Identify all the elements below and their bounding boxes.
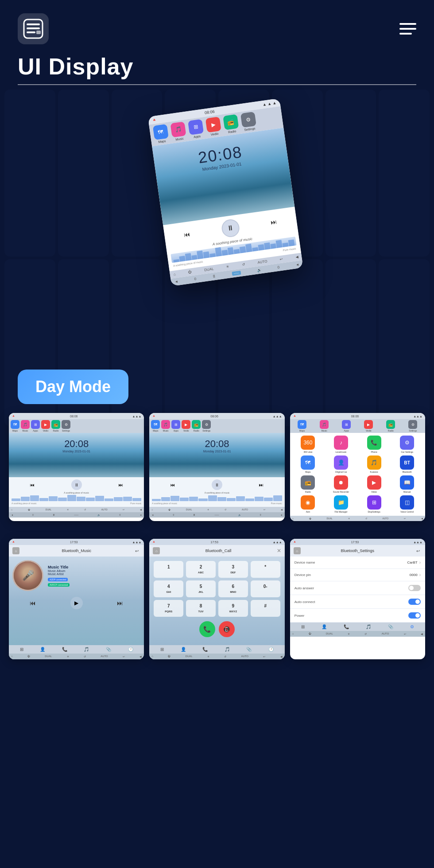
app-avin[interactable]: ◉ Avin xyxy=(293,495,324,513)
app-kuwooo[interactable]: 🎵 Kuwooo xyxy=(359,455,390,473)
bt-settings-music[interactable]: 🎵 xyxy=(366,624,371,629)
bt-person-icon[interactable]: 👤 xyxy=(40,647,45,652)
auto-answer-toggle[interactable] xyxy=(408,585,421,591)
app-maps[interactable]: 🗺 Maps xyxy=(293,455,324,473)
app-disp-settings[interactable]: ⊞ DispSettings xyxy=(359,495,390,513)
app-360view[interactable]: 360 360 view xyxy=(293,436,324,453)
sc2-play[interactable]: ⏸ xyxy=(212,479,222,490)
sc1-play[interactable]: ⏸ xyxy=(71,479,82,490)
bt-settings-attach[interactable]: 📎 xyxy=(388,624,393,629)
numpad-9[interactable]: 9WXYZ xyxy=(218,600,248,617)
app-bluetooth[interactable]: BT Bluetooth xyxy=(391,455,422,473)
bt-music-icon[interactable]: 🎵 xyxy=(84,647,89,652)
bottom-screens-grid: 🔺 17:53 ▲▲▲ ⌂ Bluetooth_Music ↩ 🎤 Music … xyxy=(0,532,434,666)
sc2-music: ⏮ ⏸ ⏭ A soothing piece of music A soothi… xyxy=(149,477,284,507)
bt-music-bottom: ⊞ 👤 📞 🎵 📎 🕐 xyxy=(9,645,144,654)
bt-home-icon[interactable]: ⌂ xyxy=(12,547,19,554)
bt-setting-device-name[interactable]: Device name CarBT › xyxy=(290,557,425,569)
sc2-music-right: Pure music xyxy=(271,502,282,505)
numpad-0minus[interactable]: 0- xyxy=(251,580,280,597)
bt-play-icon[interactable]: ▶ xyxy=(70,597,83,609)
prev-icon[interactable]: ⏮ xyxy=(184,230,191,238)
bt-clock-icon[interactable]: 🕐 xyxy=(128,647,133,652)
call-answer-button[interactable]: 📞 xyxy=(199,621,215,637)
bt-music-controls: ⏮ ▶ ⏭ xyxy=(12,595,140,611)
app-original-car[interactable]: 👤 Original Car xyxy=(326,455,356,473)
bt-settings-home[interactable]: ⌂ xyxy=(294,547,301,554)
sc2-bottom2: ◄0🎚——🔊0◄ xyxy=(149,512,284,518)
bt-settings-nav: ⌂⏻DUAL✳↺AUTO↩◀ xyxy=(290,631,425,637)
bt-call-home[interactable]: ⌂ xyxy=(153,547,160,554)
app-manual[interactable]: 📖 Manual xyxy=(391,475,422,493)
bt-call-content: 1 2ABC 3DEF * 4GHI 5JKL 6MNO 0- 7PQRS 8T… xyxy=(149,557,284,645)
bt-settings-grid[interactable]: ⊞ xyxy=(301,624,305,629)
app-file-manager[interactable]: 📁 File Manager xyxy=(326,495,356,513)
bt-call-music[interactable]: 🎵 xyxy=(225,647,230,652)
numpad-2[interactable]: 2ABC xyxy=(186,561,216,578)
page-title: UI Display xyxy=(18,53,416,80)
bt-call-header: ⌂ Bluetooth_Call ✕ xyxy=(149,545,284,557)
sc3-nav: 🗺 Maps 🎵 Music ⊞ Apps ▶ Vedio 📻 Radio ⚙ xyxy=(290,419,425,433)
numpad-1[interactable]: 1 xyxy=(154,561,183,578)
numpad-4[interactable]: 4GHI xyxy=(154,580,183,597)
sc2-wave xyxy=(152,495,282,501)
bt-settings-phone[interactable]: 📞 xyxy=(344,624,349,629)
bt-call-person[interactable]: 👤 xyxy=(181,647,186,652)
bt-setting-device-pin[interactable]: Device pin 0000 › xyxy=(290,569,425,581)
app-phone[interactable]: 📞 Phone xyxy=(359,436,390,453)
auto-connect-toggle[interactable] xyxy=(408,599,421,605)
bt-settings-person[interactable]: 👤 xyxy=(322,624,327,629)
sc3-status: 🔺 08:06 ▲▲▲ xyxy=(290,413,425,419)
hero-phone-mockup: 🔺 08:06 ▲ ▲ ▲ 🗺 Maps 🎵 Music ⊞ Apps ▶ Ve… xyxy=(148,98,303,286)
music-label-right: Pure music xyxy=(283,247,296,252)
next-icon[interactable]: ⏭ xyxy=(271,218,278,226)
numpad: 1 2ABC 3DEF * 4GHI 5JKL 6MNO 0- 7PQRS 8T… xyxy=(154,561,280,617)
menu-icon[interactable] xyxy=(399,23,416,35)
bt-prev-icon[interactable]: ⏮ xyxy=(30,599,36,607)
sc1-next[interactable]: ⏭ xyxy=(119,483,123,487)
bt-music-content: 🎤 Music Title Music Album Music Artist A… xyxy=(9,557,144,645)
app-car-settings[interactable]: ⚙ Car Settings xyxy=(391,436,422,453)
sc1-bottom: ⌂⏻DUAL✳↺AUTO↩◀ xyxy=(9,507,144,512)
bt-next-icon[interactable]: ⏭ xyxy=(117,599,123,607)
sc1-nav: 🗺 Maps 🎵 Music ⊞ Apps ▶ Vedio 📻 Radio ⚙ xyxy=(9,419,144,433)
sc1-prev[interactable]: ⏮ xyxy=(30,483,35,487)
bt-call-grid[interactable]: ⊞ xyxy=(160,647,164,652)
app-video[interactable]: ▶ Video xyxy=(359,475,390,493)
power-toggle[interactable] xyxy=(408,612,421,619)
sc2-next[interactable]: ⏭ xyxy=(259,483,264,487)
sc2-bg: 20:08 Monday 2023-01-01 xyxy=(149,433,284,477)
bt-call-close[interactable]: ✕ xyxy=(277,548,281,554)
bluetooth-call-screen: 🔺 17:53 ▲▲▲ ⌂ Bluetooth_Call ✕ 1 2ABC 3D… xyxy=(149,539,284,659)
bt-settings-gear[interactable]: ⚙ xyxy=(410,624,414,629)
app-sound-recorder[interactable]: ⏺ Sound Recorder xyxy=(326,475,356,493)
bt-grid-icon[interactable]: ⊞ xyxy=(20,647,23,652)
bt-call-attach[interactable]: 📎 xyxy=(246,647,252,652)
numpad-8[interactable]: 8TUV xyxy=(186,600,216,617)
numpad-star[interactable]: * xyxy=(251,561,280,578)
numpad-5[interactable]: 5JKL xyxy=(186,580,216,597)
numpad-7[interactable]: 7PQRS xyxy=(154,600,183,617)
sc2-nav: 🗺 Maps 🎵 Music ⊞ Apps ▶ Vedio 📻 Radio ⚙ xyxy=(149,419,284,433)
app-radio[interactable]: 📻 Radio xyxy=(293,475,324,493)
numpad-hash[interactable]: # xyxy=(251,600,280,617)
sc2-prev[interactable]: ⏮ xyxy=(170,483,175,487)
bt-music-header: ⌂ Bluetooth_Music ↩ xyxy=(9,545,144,557)
play-pause-button[interactable]: ⏸ xyxy=(221,218,240,238)
bt-call-clock[interactable]: 🕐 xyxy=(268,647,274,652)
top-screens-grid: 🔺 08:06 ▲▲▲ 🗺 Maps 🎵 Music ⊞ Apps ▶ Vedi… xyxy=(0,413,434,528)
bt-attachment-icon[interactable]: 📎 xyxy=(106,647,111,652)
bt-back-icon[interactable]: ↩ xyxy=(133,547,140,554)
header-top xyxy=(18,13,416,44)
numpad-3[interactable]: 3DEF xyxy=(218,561,248,578)
numpad-6[interactable]: 6MNO xyxy=(218,580,248,597)
call-hangup-button[interactable]: 📵 xyxy=(219,621,235,637)
bt-music-status: 🔺 17:53 ▲▲▲ xyxy=(9,539,144,545)
app-localmusic[interactable]: ♪ Localmusic xyxy=(326,436,356,453)
bt-call-phone[interactable]: 📞 xyxy=(202,647,208,652)
bt-phone-icon[interactable]: 📞 xyxy=(62,647,67,652)
app-voice-control[interactable]: ◫ Voice Control xyxy=(391,495,422,513)
screen-music-2: 🔺 08:06 ▲▲▲ 🗺 Maps 🎵 Music ⊞ Apps ▶ Vedi… xyxy=(149,413,284,521)
bt-call-status: 🔺 17:53 ▲▲▲ xyxy=(149,539,284,545)
bt-settings-back[interactable]: ↩ xyxy=(415,547,422,554)
